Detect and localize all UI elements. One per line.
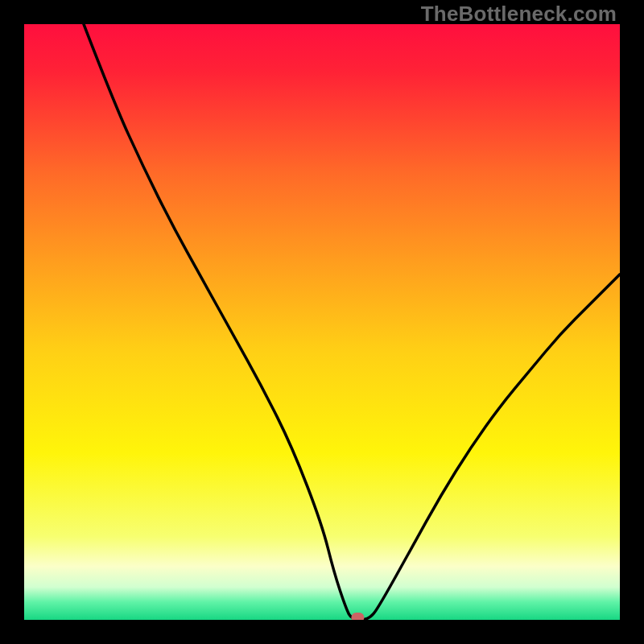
watermark-text: TheBottleneck.com [421,2,617,27]
plot-area [24,24,620,620]
chart-frame: TheBottleneck.com [0,0,644,644]
bottleneck-curve-chart [24,24,620,620]
optimum-marker [351,613,364,620]
